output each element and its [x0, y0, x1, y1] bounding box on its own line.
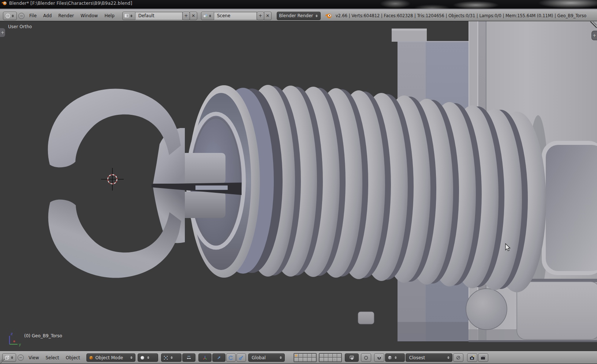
screen-layout-icon: [124, 13, 129, 18]
layer-toggle[interactable]: [299, 358, 303, 361]
layers-group-1: [294, 353, 317, 362]
shading-sphere-icon: [140, 355, 145, 360]
viewport-3d[interactable]: z y User Ortho (0) Geo_B9_Torso + +: [0, 21, 597, 351]
layer-toggle[interactable]: [320, 358, 324, 361]
screen-layout-browse-button[interactable]: [122, 12, 135, 20]
snap-align-icon: [456, 355, 461, 360]
window-title: Blender* [F:\Blender Files\Characters\B9…: [9, 1, 132, 6]
snap-align-button[interactable]: [453, 353, 463, 362]
layer-toggle[interactable]: [312, 354, 316, 357]
transform-orientation-dropdown[interactable]: Global: [248, 353, 285, 362]
manipulator-group: [198, 353, 246, 362]
menu-view[interactable]: View: [25, 354, 42, 361]
scene-lock-toggle[interactable]: [345, 353, 359, 362]
layer-toggle[interactable]: [307, 354, 311, 357]
pivot-point-icon: [163, 355, 168, 360]
proportional-edit-button[interactable]: [361, 353, 371, 362]
scene-statistics: v2.66 | Verts:604812 | Faces:602328 | Tr…: [336, 13, 586, 18]
editor-type-info-button[interactable]: [3, 12, 17, 20]
screen-layout-name-field[interactable]: Default: [135, 12, 183, 20]
scale-wrench-icon: [239, 355, 244, 360]
menu-help[interactable]: Help: [101, 12, 117, 19]
snap-target-dropdown[interactable]: Closest: [406, 353, 452, 362]
clapperboard-icon: [480, 355, 486, 360]
snap-element-cube-icon: [387, 355, 392, 360]
screen-layout-close-button[interactable]: ✕: [190, 12, 197, 20]
snap-toggle-button[interactable]: [374, 353, 384, 362]
scene-name-field[interactable]: Scene: [214, 12, 257, 20]
rotate-arc-icon: [228, 355, 234, 360]
screen-layout-selector: Default + ✕: [122, 12, 197, 20]
torso-small-tab: [358, 312, 374, 324]
properties-expand-tab[interactable]: +: [592, 31, 597, 40]
axis-tripod-icon: [202, 355, 208, 360]
orientation-value: Global: [250, 355, 277, 360]
mode-value: Object Mode: [96, 355, 128, 360]
layer-toggle[interactable]: [328, 354, 332, 357]
manipulate-center-points-toggle[interactable]: [182, 353, 195, 362]
menu-object[interactable]: Object: [63, 354, 83, 361]
layer-toggle[interactable]: [337, 354, 341, 357]
info-editor-icon: [5, 13, 11, 19]
layer-toggle[interactable]: [303, 358, 307, 361]
scene-add-button[interactable]: +: [257, 12, 264, 20]
snap-element-dropdown[interactable]: [385, 353, 405, 362]
view3d-header: − View Select Object Object Mode: [0, 351, 597, 364]
active-object-label: (0) Geo_B9_Torso: [24, 333, 62, 338]
proportional-circle-icon: [363, 355, 369, 360]
render-engine-value: Blender Render: [279, 13, 313, 18]
menu-select[interactable]: Select: [42, 354, 62, 361]
manipulator-translate-button[interactable]: [212, 353, 225, 362]
screen-layout-add-button[interactable]: +: [182, 12, 190, 20]
menu-file[interactable]: File: [26, 12, 40, 19]
layer-toggle[interactable]: [312, 358, 316, 361]
manipulator-scale-button[interactable]: [236, 353, 246, 362]
opengl-render-anim-button[interactable]: [478, 353, 488, 362]
menu-render[interactable]: Render: [55, 12, 77, 19]
scene-selector: Scene + ✕: [201, 12, 272, 20]
manipulator-rotate-button[interactable]: [226, 353, 236, 362]
layer-toggle[interactable]: [324, 358, 328, 361]
scene-icon: [203, 13, 208, 18]
layer-toggle[interactable]: [333, 354, 337, 357]
render-camera-icon: [469, 355, 475, 360]
snap-target-value: Closest: [408, 355, 445, 360]
layers-widget: [294, 353, 342, 362]
menu-window[interactable]: Window: [77, 12, 101, 19]
layer-toggle[interactable]: [333, 358, 337, 361]
axis-z-label: z: [11, 331, 13, 336]
layer-toggle[interactable]: [328, 358, 332, 361]
render-engine-dropdown[interactable]: Blender Render: [277, 12, 321, 20]
axis-y-label: y: [19, 342, 21, 347]
opengl-render-still-button[interactable]: [467, 353, 477, 362]
layer-toggle[interactable]: [320, 354, 324, 357]
layer-toggle[interactable]: [299, 354, 303, 357]
toolshelf-expand-tab[interactable]: +: [0, 28, 5, 37]
layer-toggle[interactable]: [294, 358, 298, 361]
layer-toggle[interactable]: [294, 354, 298, 357]
info-header: − File Add Render Window Help Default + …: [0, 10, 597, 21]
lock-icon: [349, 355, 354, 360]
scene-browse-button[interactable]: [201, 12, 214, 20]
collapse-menus-button[interactable]: −: [18, 13, 25, 19]
layer-toggle[interactable]: [307, 358, 311, 361]
scene-close-button[interactable]: ✕: [264, 12, 272, 20]
layer-toggle[interactable]: [303, 354, 307, 357]
pivot-point-dropdown[interactable]: [161, 353, 182, 362]
manipulator-toggle-button[interactable]: [198, 353, 212, 362]
object-mode-icon: [89, 355, 94, 360]
viewport-shading-dropdown[interactable]: [138, 353, 158, 362]
viewport-canvas[interactable]: z y: [0, 21, 597, 351]
mode-dropdown[interactable]: Object Mode: [86, 353, 135, 362]
layer-toggle[interactable]: [324, 354, 328, 357]
blender-window: { "window": { "title": "Blender* [F:\\Bl…: [0, 0, 597, 364]
blender-logo-icon: [1, 1, 7, 5]
magnet-icon: [377, 355, 382, 360]
torso-knob: [466, 289, 507, 330]
layer-toggle[interactable]: [337, 358, 341, 361]
collapse-menus-button-3d[interactable]: −: [18, 354, 24, 361]
area-corner-widget-bottomleft[interactable]: [0, 358, 6, 364]
view-name-label: User Ortho: [8, 24, 32, 29]
translate-arrow-icon: [216, 355, 221, 360]
menu-add[interactable]: Add: [40, 12, 55, 19]
